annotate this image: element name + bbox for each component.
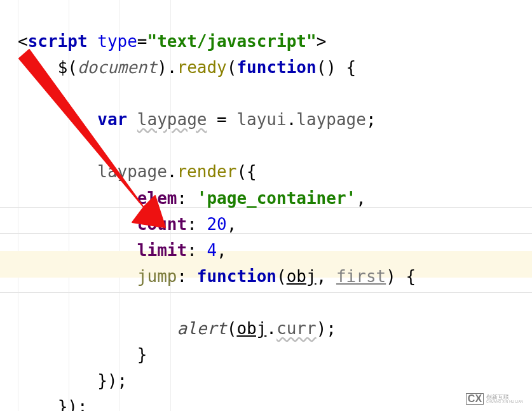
prop-count: count [137, 215, 187, 234]
kw-function-1: function [236, 58, 316, 77]
str-page-container: 'page_container' [197, 189, 356, 208]
attr-type-val: "text/javascript" [147, 32, 317, 51]
num-count: 20 [207, 215, 226, 234]
code-block: <script type="text/javascript"> $(docume… [0, 0, 532, 411]
tag-script-open: script [28, 32, 88, 51]
method-render: render [177, 162, 236, 181]
attr-type: type [97, 32, 137, 51]
prop-elem: elem [137, 189, 177, 208]
ident-document: document [78, 58, 157, 77]
kw-function-2: function [197, 267, 276, 286]
param-first: first [336, 267, 386, 286]
param-obj: obj [287, 267, 317, 286]
method-ready: ready [177, 58, 226, 77]
prop-jump: jump [137, 267, 177, 286]
prop-curr: curr [276, 319, 317, 338]
prop-limit: limit [137, 241, 187, 260]
num-limit: 4 [207, 241, 217, 260]
ref-obj: obj [236, 319, 266, 338]
prop-laypage: laypage [296, 110, 366, 129]
var-laypage: laypage [137, 110, 207, 129]
call-laypage: laypage [97, 162, 167, 181]
call-alert: alert [177, 319, 226, 338]
jquery-dollar: $ [58, 58, 68, 77]
angle-open: < [18, 32, 28, 51]
obj-layui: layui [236, 110, 286, 129]
kw-var: var [97, 110, 127, 129]
